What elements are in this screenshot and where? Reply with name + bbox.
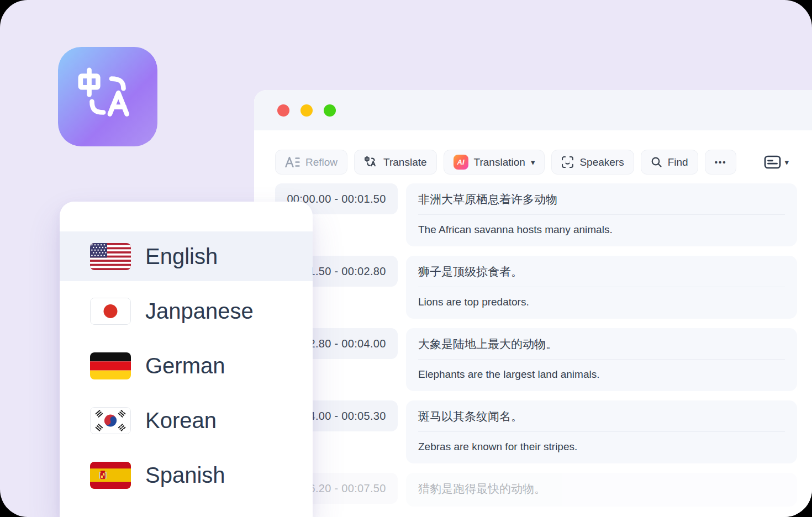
subtitle-list: 00:00.00 - 00:01.50 非洲大草原栖息着许多动物 The Afr… xyxy=(254,175,812,507)
translation-text: Elephants are the largest land animals. xyxy=(418,368,785,381)
more-icon: ••• xyxy=(715,157,727,167)
reflow-button[interactable]: Reflow xyxy=(275,150,347,175)
view-layout-switcher[interactable]: ▾ xyxy=(764,155,789,169)
translate-label: Translate xyxy=(383,156,427,168)
divider xyxy=(418,287,785,287)
spain-flag-icon xyxy=(90,462,131,489)
speakers-face-scan-icon xyxy=(561,156,574,168)
language-item-german[interactable]: German xyxy=(60,341,313,391)
language-item-korean[interactable]: Korean xyxy=(60,395,313,445)
korea-flag-icon xyxy=(90,407,131,434)
divider xyxy=(418,359,785,360)
japan-flag-icon xyxy=(90,298,131,325)
reflow-label: Reflow xyxy=(305,156,338,168)
language-item-english[interactable]: English xyxy=(60,231,313,281)
language-label: Korean xyxy=(145,408,217,433)
search-icon xyxy=(651,156,662,168)
source-text: 非洲大草原栖息着许多动物 xyxy=(418,192,785,207)
language-label: Spanish xyxy=(145,463,225,488)
subtitle-row-2: 00:01.50 - 00:02.80 狮子是顶级掠食者。 Lions are … xyxy=(275,256,797,319)
divider xyxy=(418,431,785,432)
subtitle-row-4: 00:04.00 - 00:05.30 斑马以其条纹闻名。 Zebras are… xyxy=(275,400,797,463)
subtitle-cell[interactable]: 斑马以其条纹闻名。 Zebras are known for their str… xyxy=(406,400,797,463)
language-item-spanish[interactable]: Spanish xyxy=(60,450,313,500)
translate-glyph-icon xyxy=(75,64,140,129)
layout-view-icon xyxy=(764,155,781,169)
language-item-japanese[interactable]: Janpanese xyxy=(60,286,313,336)
language-label: Janpanese xyxy=(145,299,254,324)
ai-badge-text: AI xyxy=(457,158,465,166)
more-button[interactable]: ••• xyxy=(705,150,737,175)
source-text: 斑马以其条纹闻名。 xyxy=(418,409,785,424)
subtitle-cell[interactable]: 非洲大草原栖息着许多动物 The African savanna hosts m… xyxy=(406,183,797,246)
speakers-button[interactable]: Speakers xyxy=(551,150,634,175)
translation-label: Translation xyxy=(474,156,525,168)
translate-button[interactable]: Translate xyxy=(354,150,437,175)
divider xyxy=(418,214,785,215)
window-titlebar xyxy=(254,90,812,130)
translation-dropdown-button[interactable]: AI Translation ▾ xyxy=(444,150,545,175)
speakers-label: Speakers xyxy=(579,156,624,168)
marketing-canvas: Reflow Translate AI Translation xyxy=(0,0,812,517)
source-text: 狮子是顶级掠食者。 xyxy=(418,264,785,279)
translation-text: The African savanna hosts many animals. xyxy=(418,223,785,236)
translator-app-icon xyxy=(58,47,157,146)
ai-badge-icon: AI xyxy=(454,155,468,170)
toolbar: Reflow Translate AI Translation xyxy=(254,130,812,175)
chevron-down-icon: ▾ xyxy=(531,158,535,166)
us-flag-icon xyxy=(90,243,131,270)
zoom-window-button[interactable] xyxy=(324,104,336,117)
subtitle-editor-window: Reflow Translate AI Translation xyxy=(254,90,812,517)
find-label: Find xyxy=(668,156,688,168)
subtitle-row-3: 00:02.80 - 00:04.00 大象是陆地上最大的动物。 Elephan… xyxy=(275,328,797,391)
minimize-window-button[interactable] xyxy=(300,104,313,117)
language-label: German xyxy=(145,354,225,378)
translation-text: Zebras are known for their stripes. xyxy=(418,440,785,453)
subtitle-cell[interactable]: 狮子是顶级掠食者。 Lions are top predators. xyxy=(406,256,797,319)
translate-icon xyxy=(364,155,378,169)
language-menu: English Janpanese German xyxy=(60,202,313,517)
subtitle-cell[interactable]: 猎豹是跑得最快的动物。 xyxy=(406,473,797,507)
germany-flag-icon xyxy=(90,352,131,379)
chevron-down-icon: ▾ xyxy=(784,158,789,166)
language-label: English xyxy=(145,244,218,269)
reflow-icon xyxy=(285,156,300,168)
source-text: 猎豹是跑得最快的动物。 xyxy=(418,481,785,497)
subtitle-cell[interactable]: 大象是陆地上最大的动物。 Elephants are the largest l… xyxy=(406,328,797,391)
subtitle-row-1: 00:00.00 - 00:01.50 非洲大草原栖息着许多动物 The Afr… xyxy=(275,183,797,246)
find-button[interactable]: Find xyxy=(641,150,698,175)
translation-text: Lions are top predators. xyxy=(418,296,785,309)
source-text: 大象是陆地上最大的动物。 xyxy=(418,336,785,352)
subtitle-row-5: 00:06.20 - 00:07.50 猎豹是跑得最快的动物。 xyxy=(275,473,797,507)
close-window-button[interactable] xyxy=(277,104,289,117)
